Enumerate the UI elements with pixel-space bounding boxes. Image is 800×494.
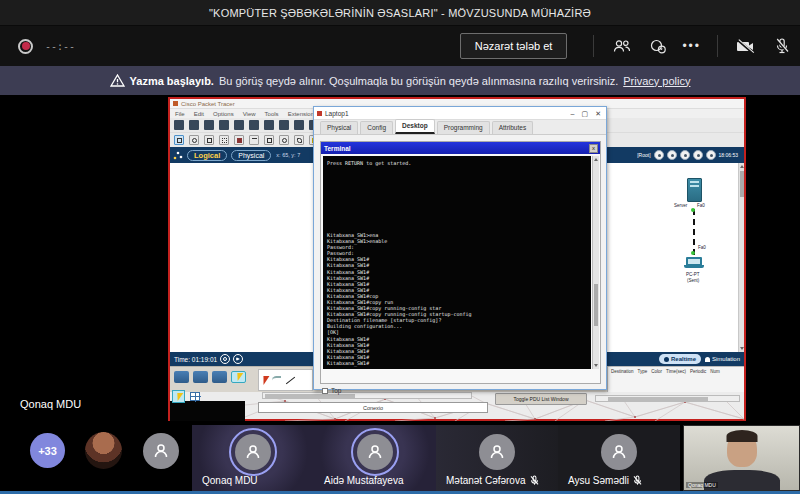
camera-off-icon[interactable] bbox=[732, 32, 760, 60]
auto-connect-icon[interactable] bbox=[261, 376, 270, 385]
laptop1-tabs: Physical Config Desktop Programming Attr… bbox=[314, 120, 606, 135]
terminal-screen[interactable]: Press RETURN to get started. Kitabxana_S… bbox=[323, 156, 591, 369]
env-time-icon[interactable] bbox=[706, 150, 716, 160]
palette-scrollbar[interactable] bbox=[262, 392, 472, 399]
server-port-label: Fa0 bbox=[697, 203, 705, 208]
person-icon bbox=[243, 442, 263, 462]
pdu-column-header: Destination bbox=[611, 369, 634, 374]
privacy-policy-link[interactable]: Privacy policy bbox=[623, 75, 690, 87]
laptop1-title-bar[interactable]: Laptop1 – ▢ ✕ bbox=[314, 107, 606, 120]
server-device[interactable] bbox=[687, 178, 702, 202]
place-note-icon[interactable] bbox=[204, 135, 214, 145]
workspace-scrollbar[interactable] bbox=[738, 163, 744, 352]
participant-photo-avatar[interactable] bbox=[85, 432, 122, 469]
undo-icon[interactable] bbox=[279, 120, 289, 130]
selected-connection-icon[interactable] bbox=[172, 390, 185, 403]
webcam-name-label: Qonaq MDU bbox=[686, 482, 718, 488]
mic-muted-icon bbox=[530, 475, 539, 486]
participant-tile[interactable]: Aysu Səmədli bbox=[558, 425, 680, 491]
inspect-tool-icon[interactable] bbox=[189, 135, 199, 145]
new-file-icon[interactable] bbox=[174, 120, 184, 130]
console-cable[interactable] bbox=[693, 209, 695, 255]
pdu-column-header: Num bbox=[710, 369, 720, 374]
back-icon[interactable] bbox=[654, 150, 664, 160]
tab-realtime[interactable]: Realtime bbox=[659, 354, 701, 364]
pt-menu-item[interactable]: View bbox=[243, 111, 256, 117]
maximize-icon[interactable]: ▢ bbox=[582, 107, 589, 120]
terminal-title-bar[interactable]: Terminal x bbox=[321, 142, 600, 154]
tab-desktop[interactable]: Desktop bbox=[395, 119, 435, 134]
toggle-pdu-list-button[interactable]: Toggle PDU List Window bbox=[495, 393, 587, 405]
top-checkbox[interactable]: Top bbox=[322, 387, 341, 394]
copy-icon[interactable] bbox=[249, 120, 259, 130]
open-file-icon[interactable] bbox=[189, 120, 199, 130]
overflow-count-badge[interactable]: +33 bbox=[30, 433, 65, 468]
console-cable-icon[interactable] bbox=[272, 376, 281, 385]
user-profile-icon[interactable] bbox=[693, 150, 703, 160]
tab-physical[interactable]: Physical bbox=[320, 121, 358, 134]
delete-tool-icon[interactable] bbox=[234, 135, 244, 145]
participant-tile[interactable]: Qonaq MDU bbox=[192, 425, 314, 491]
switches-category-icon[interactable] bbox=[193, 371, 208, 383]
checkbox-box[interactable] bbox=[322, 388, 328, 394]
laptop1-window: Laptop1 – ▢ ✕ Physical Config Desktop Pr… bbox=[313, 106, 607, 390]
minimize-icon[interactable]: – bbox=[571, 107, 575, 120]
draw-rect-icon[interactable] bbox=[264, 135, 274, 145]
routers-category-icon[interactable] bbox=[174, 371, 189, 383]
person-icon bbox=[487, 442, 507, 462]
terminal-close-icon[interactable]: x bbox=[589, 144, 598, 153]
grid-view-icon[interactable] bbox=[190, 392, 200, 401]
pt-menu-item[interactable]: Tools bbox=[265, 111, 279, 117]
pt-menu-item[interactable]: Edit bbox=[194, 111, 204, 117]
server-label: Server bbox=[674, 203, 687, 208]
copper-cable-icon[interactable] bbox=[286, 376, 295, 384]
tab-programming[interactable]: Programming bbox=[437, 121, 490, 134]
request-control-button[interactable]: Nəzarət tələb et bbox=[460, 33, 568, 59]
meeting-title-bar: "KOMPÜTER ŞƏBƏKƏLƏRİNİN ƏSASLARI" - MÖVZ… bbox=[0, 0, 800, 26]
cursor-coordinates: x: 65, y: 7 bbox=[276, 152, 300, 158]
tab-attributes[interactable]: Attributes bbox=[492, 121, 533, 134]
webcam-video-tile[interactable]: Qonaq MDU bbox=[683, 425, 800, 491]
reactions-icon[interactable] bbox=[644, 32, 672, 60]
save-icon[interactable] bbox=[204, 120, 214, 130]
participant-tile[interactable]: Aidə Mustafayeva bbox=[314, 425, 436, 491]
terminal-scrollbar[interactable] bbox=[592, 156, 599, 369]
participant-name: Aysu Səmədli bbox=[568, 475, 642, 486]
more-options-icon[interactable]: ••• bbox=[682, 39, 701, 53]
meeting-title: "KOMPÜTER ŞƏBƏKƏLƏRİNİN ƏSASLARI" - MÖVZ… bbox=[209, 7, 591, 19]
pdu-panel-scrollbar[interactable] bbox=[595, 395, 740, 402]
redo-icon[interactable] bbox=[294, 120, 304, 130]
pt-menu-item[interactable]: Options bbox=[213, 111, 234, 117]
pc-device[interactable] bbox=[684, 257, 704, 270]
filmstrip-left: +33 bbox=[0, 425, 192, 491]
participant-tile[interactable]: Mətanət Cəfərova bbox=[436, 425, 558, 491]
select-tool-icon[interactable] bbox=[174, 135, 184, 145]
speaking-ring bbox=[351, 428, 399, 476]
tab-config[interactable]: Config bbox=[360, 121, 393, 134]
pt-menu-item[interactable]: File bbox=[175, 111, 185, 117]
fast-forward-icon[interactable] bbox=[233, 354, 243, 364]
tab-physical[interactable]: Physical bbox=[231, 150, 271, 161]
draw-ellipse-icon[interactable] bbox=[279, 135, 289, 145]
banner-text: Bu görüş qeydə alınır. Qoşulmaqla bu gör… bbox=[219, 75, 618, 87]
banner-bold-text: Yazma başlayıb. bbox=[130, 75, 214, 87]
move-object-icon[interactable] bbox=[680, 150, 690, 160]
tab-simulation[interactable]: Simulation bbox=[705, 356, 740, 362]
paste-icon[interactable] bbox=[264, 120, 274, 130]
participant-avatar[interactable] bbox=[143, 433, 179, 469]
draw-freeform-icon[interactable] bbox=[294, 135, 304, 145]
print-icon[interactable] bbox=[219, 120, 229, 130]
power-cycle-icon[interactable] bbox=[220, 354, 230, 364]
close-icon[interactable]: ✕ bbox=[595, 107, 601, 120]
mic-off-icon[interactable] bbox=[768, 32, 796, 60]
connections-category-icon[interactable] bbox=[231, 371, 246, 383]
draw-line-icon[interactable] bbox=[249, 135, 259, 145]
hubs-category-icon[interactable] bbox=[212, 371, 227, 383]
tab-logical[interactable]: Logical bbox=[187, 150, 227, 161]
environment-icon[interactable] bbox=[667, 150, 677, 160]
participants-icon[interactable] bbox=[608, 32, 636, 60]
marquee-tool-icon[interactable] bbox=[219, 135, 229, 145]
recording-indicator-icon bbox=[18, 39, 33, 54]
activity-wizard-icon[interactable] bbox=[234, 120, 244, 130]
link-light-top bbox=[691, 208, 695, 212]
